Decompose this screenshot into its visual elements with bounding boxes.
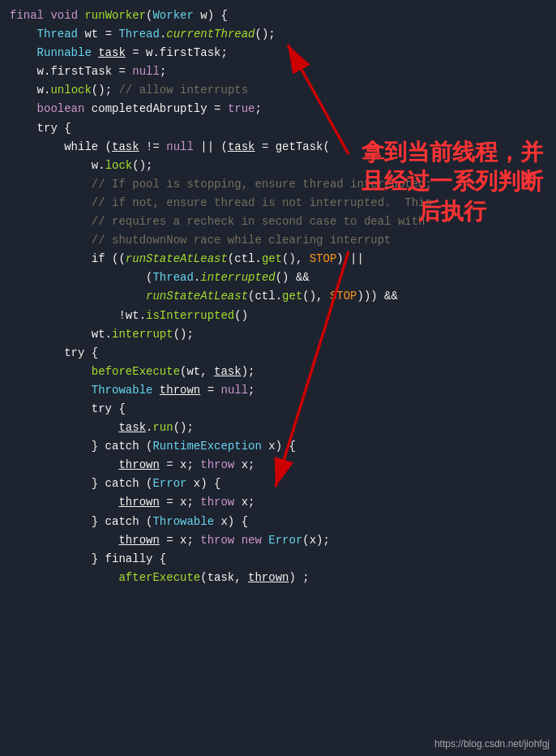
code-line: boolean completedAbruptly = true;: [6, 100, 556, 118]
code-line: Runnable task = w.firstTask;: [6, 44, 556, 62]
code-line: try {: [6, 344, 556, 363]
code-line: try {: [6, 119, 556, 138]
code-line: // if not, ensure thread is not interrup…: [6, 194, 556, 213]
code-line: wt.interrupt();: [6, 325, 556, 344]
watermark: https://blog.csdn.net/jiohfgj: [434, 738, 550, 750]
code-line: thrown = x; throw x;: [6, 493, 556, 512]
code-line: task.run();: [6, 419, 556, 437]
code-line: thrown = x; throw x;: [6, 456, 556, 475]
code-block: final void runWorker(Worker w) { Thread …: [0, 0, 556, 594]
code-line: Thread wt = Thread.currentThread();: [6, 25, 556, 44]
code-line: try {: [6, 400, 556, 419]
code-line: beforeExecute(wt, task);: [6, 363, 556, 381]
code-line: } catch (RuntimeException x) {: [6, 437, 556, 456]
code-line: thrown = x; throw new Error(x);: [6, 531, 556, 550]
code-line: !wt.isInterrupted(): [6, 307, 556, 325]
code-line: w.firstTask = null;: [6, 62, 556, 81]
code-line: // requires a recheck in second case to …: [6, 213, 556, 231]
code-line: afterExecute(task, thrown) ;: [6, 569, 556, 587]
code-line: w.unlock(); // allow interrupts: [6, 81, 556, 100]
code-line: final void runWorker(Worker w) {: [6, 6, 556, 25]
code-line: // shutdownNow race while clearing inter…: [6, 231, 556, 250]
code-line: } catch (Error x) {: [6, 475, 556, 493]
code-line: (Thread.interrupted() &&: [6, 268, 556, 287]
code-line: while (task != null || (task = getTask(: [6, 138, 556, 157]
code-line: if ((runStateAtLeast(ctl.get(), STOP) ||: [6, 250, 556, 268]
code-line: w.lock();: [6, 157, 556, 175]
code-line: } catch (Throwable x) {: [6, 513, 556, 531]
code-line: } finally {: [6, 550, 556, 569]
code-line: runStateAtLeast(ctl.get(), STOP))) &&: [6, 287, 556, 306]
code-line: Throwable thrown = null;: [6, 381, 556, 400]
code-line: // If pool is stopping, ensure thread in…: [6, 175, 556, 194]
